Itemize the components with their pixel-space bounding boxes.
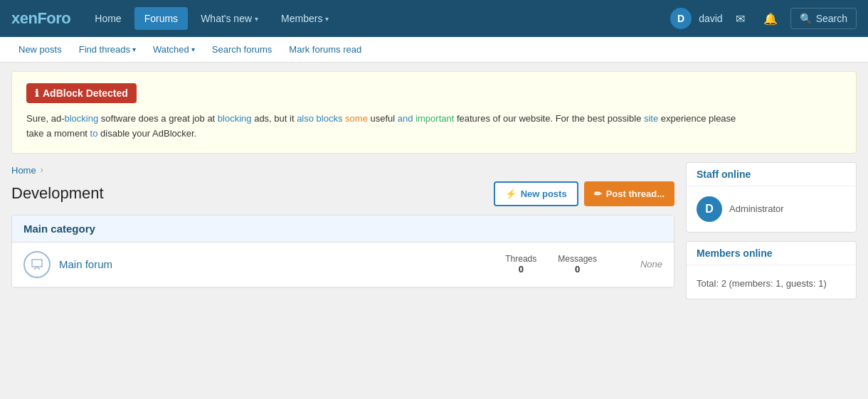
- content-area: Home › Development ⚡ New posts ✏ Post th…: [11, 162, 674, 308]
- members-dropdown-arrow: ▾: [325, 15, 329, 23]
- forum-icon: [23, 251, 51, 278]
- forum-latest: None: [620, 259, 662, 270]
- new-posts-button[interactable]: ⚡ New posts: [494, 181, 578, 206]
- nav-right: D david ✉ 🔔 🔍 Search: [670, 8, 857, 29]
- sub-nav-search-forums[interactable]: Search forums: [205, 40, 280, 59]
- adblock-icon: ℹ: [35, 87, 38, 99]
- staff-role: Administrator: [729, 203, 784, 214]
- post-thread-button[interactable]: ✏ Post thread...: [584, 181, 674, 206]
- messages-stat: Messages 0: [558, 254, 597, 275]
- search-label: Search: [816, 13, 847, 24]
- adblock-notice: ℹ AdBlock Detected Sure, ad-blocking sof…: [11, 71, 857, 154]
- adblock-badge: ℹ AdBlock Detected: [26, 83, 137, 103]
- adblock-message: Sure, ad-blocking software does a great …: [26, 112, 842, 142]
- threads-label: Threads: [505, 254, 536, 264]
- post-thread-icon: ✏: [594, 188, 602, 199]
- nav-item-home[interactable]: Home: [85, 7, 131, 30]
- watched-arrow: ▾: [191, 46, 195, 53]
- forum-row: Main forum Threads 0 Messages 0 None: [12, 243, 674, 287]
- breadcrumb-home[interactable]: Home: [11, 165, 36, 176]
- sub-nav-find-threads[interactable]: Find threads ▾: [72, 40, 143, 59]
- nav-item-whats-new[interactable]: What's new ▾: [191, 7, 268, 30]
- forum-name[interactable]: Main forum: [59, 258, 497, 270]
- messages-label: Messages: [558, 254, 597, 264]
- whats-new-dropdown-arrow: ▾: [255, 15, 258, 23]
- staff-online-body: D Administrator: [687, 186, 856, 232]
- nav-item-forums[interactable]: Forums: [134, 7, 188, 30]
- search-icon: 🔍: [800, 13, 812, 24]
- notifications-icon[interactable]: 🔔: [758, 9, 783, 28]
- new-posts-label: New posts: [521, 188, 567, 199]
- top-navbar: xenForo Home Forums What's new ▾ Members…: [0, 0, 868, 37]
- logo-foro: Foro: [37, 9, 70, 27]
- breadcrumb-separator: ›: [41, 165, 43, 175]
- nav-links: Home Forums What's new ▾ Members ▾: [85, 7, 670, 30]
- user-name[interactable]: david: [699, 13, 722, 24]
- user-avatar[interactable]: D: [670, 8, 692, 29]
- members-total: Total: 2 (members: 1, guests: 1): [697, 272, 846, 292]
- nav-item-members[interactable]: Members ▾: [271, 7, 339, 30]
- threads-stat: Threads 0: [505, 254, 536, 275]
- members-online-card: Members online Total: 2 (members: 1, gue…: [686, 241, 857, 299]
- members-online-title: Members online: [687, 242, 856, 265]
- forum-stats: Threads 0 Messages 0: [505, 254, 597, 275]
- sub-nav-mark-read[interactable]: Mark forums read: [282, 40, 369, 59]
- staff-avatar[interactable]: D: [697, 196, 722, 222]
- category-header: Main category: [12, 216, 674, 243]
- members-online-body: Total: 2 (members: 1, guests: 1): [687, 265, 856, 299]
- post-thread-label: Post thread...: [606, 188, 665, 199]
- new-posts-icon: ⚡: [505, 188, 517, 199]
- threads-value: 0: [505, 264, 536, 275]
- breadcrumb: Home ›: [11, 162, 674, 176]
- messages-value: 0: [558, 264, 597, 275]
- adblock-badge-label: AdBlock Detected: [43, 87, 128, 99]
- staff-online-card: Staff online D Administrator: [686, 162, 857, 233]
- staff-online-title: Staff online: [687, 163, 856, 186]
- sub-navbar: New posts Find threads ▾ Watched ▾ Searc…: [0, 37, 868, 63]
- page-header: Development ⚡ New posts ✏ Post thread...: [11, 181, 674, 206]
- sidebar: Staff online D Administrator Members onl…: [686, 162, 857, 308]
- search-button[interactable]: 🔍 Search: [790, 8, 857, 29]
- logo-xen: xen: [11, 9, 37, 27]
- page-title: Development: [11, 184, 104, 203]
- staff-member: D Administrator: [697, 193, 846, 225]
- sub-nav-watched[interactable]: Watched ▾: [146, 40, 202, 59]
- main-container: Home › Development ⚡ New posts ✏ Post th…: [0, 162, 868, 319]
- sub-nav-new-posts[interactable]: New posts: [11, 40, 69, 59]
- site-logo: xenForo: [11, 9, 70, 28]
- category-block: Main category Main forum Threads 0 Messa…: [11, 215, 674, 288]
- header-buttons: ⚡ New posts ✏ Post thread...: [494, 181, 674, 206]
- messages-icon[interactable]: ✉: [730, 9, 751, 28]
- find-threads-arrow: ▾: [132, 46, 136, 53]
